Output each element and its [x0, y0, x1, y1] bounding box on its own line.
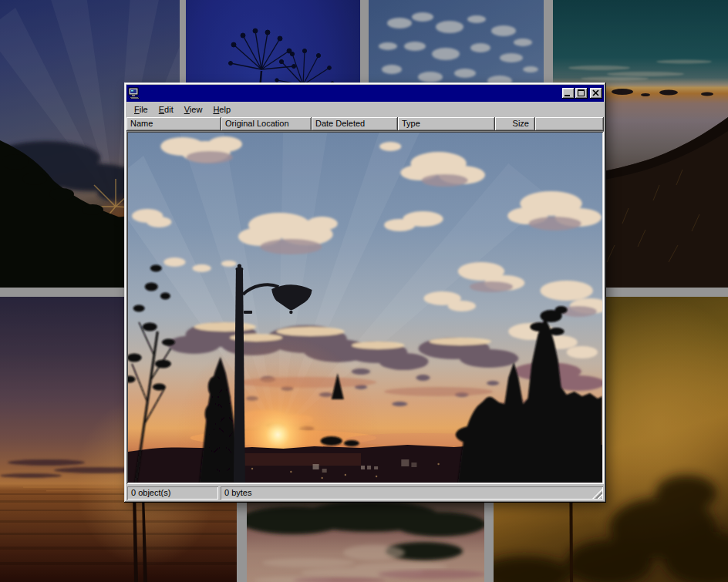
column-headers: Name Original Location Date Deleted Type… — [126, 117, 604, 131]
column-header-filler[interactable] — [535, 117, 604, 131]
sunset-lamp-art — [128, 133, 602, 483]
recycle-bin-window: File Edit View Help Name Original Locati… — [124, 82, 606, 503]
computer-icon — [128, 87, 140, 99]
menu-file[interactable]: File — [129, 103, 153, 116]
close-button[interactable] — [590, 88, 602, 99]
column-header-type[interactable]: Type — [398, 117, 495, 131]
column-header-name[interactable]: Name — [126, 117, 221, 131]
menu-bar: File Edit View Help — [126, 103, 604, 117]
column-header-date-deleted[interactable]: Date Deleted — [312, 117, 398, 131]
menu-help[interactable]: Help — [207, 103, 236, 116]
list-view[interactable] — [126, 131, 604, 484]
column-header-original-location[interactable]: Original Location — [221, 117, 312, 131]
column-header-size[interactable]: Size — [495, 117, 535, 131]
maximize-icon — [578, 89, 585, 96]
close-icon — [592, 89, 600, 96]
minimize-button[interactable] — [562, 88, 575, 99]
window-content-photo — [128, 133, 602, 483]
status-object-count: 0 object(s) — [127, 486, 218, 500]
window-controls — [561, 88, 602, 99]
minimize-icon — [565, 95, 570, 96]
menu-view[interactable]: View — [179, 103, 208, 116]
menu-edit[interactable]: Edit — [153, 103, 179, 116]
maximize-button[interactable] — [575, 88, 588, 99]
title-bar[interactable] — [126, 85, 604, 102]
status-byte-count: 0 bytes — [221, 486, 603, 500]
status-bar: 0 object(s) 0 bytes — [126, 484, 604, 500]
